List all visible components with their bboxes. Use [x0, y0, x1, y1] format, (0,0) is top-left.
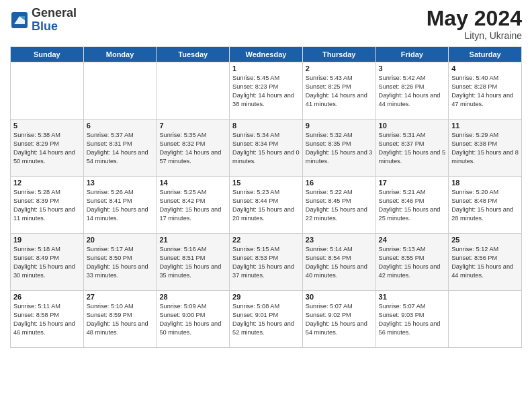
day-number: 8 — [232, 122, 300, 130]
calendar-week-row: 5Sunrise: 5:38 AM Sunset: 8:29 PM Daylig… — [11, 120, 522, 177]
day-number: 7 — [159, 122, 226, 130]
calendar-week-row: 26Sunrise: 5:11 AM Sunset: 8:58 PM Dayli… — [11, 291, 522, 348]
calendar-cell: 27Sunrise: 5:10 AM Sunset: 8:59 PM Dayli… — [83, 291, 157, 348]
weekday-header: Wednesday — [230, 47, 303, 62]
calendar-cell: 13Sunrise: 5:26 AM Sunset: 8:41 PM Dayli… — [83, 177, 157, 234]
day-number: 3 — [379, 64, 446, 73]
day-info: Sunrise: 5:08 AM Sunset: 9:01 PM Dayligh… — [232, 302, 300, 337]
day-info: Sunrise: 5:35 AM Sunset: 8:32 PM Dayligh… — [159, 131, 226, 166]
day-info: Sunrise: 5:42 AM Sunset: 8:26 PM Dayligh… — [379, 74, 446, 109]
calendar-cell: 22Sunrise: 5:15 AM Sunset: 8:53 PM Dayli… — [230, 234, 303, 291]
day-number: 24 — [379, 236, 446, 244]
day-info: Sunrise: 5:11 AM Sunset: 8:58 PM Dayligh… — [13, 302, 81, 337]
day-number: 21 — [159, 236, 226, 244]
header: General Blue May 2024 Lityn, Ukraine — [10, 7, 522, 41]
calendar-cell — [449, 291, 522, 348]
calendar-cell: 6Sunrise: 5:37 AM Sunset: 8:31 PM Daylig… — [83, 120, 157, 177]
day-number: 30 — [306, 293, 373, 301]
day-info: Sunrise: 5:12 AM Sunset: 8:56 PM Dayligh… — [451, 245, 519, 280]
day-info: Sunrise: 5:40 AM Sunset: 8:28 PM Dayligh… — [451, 74, 519, 109]
weekday-header: Tuesday — [157, 47, 230, 62]
calendar-cell: 7Sunrise: 5:35 AM Sunset: 8:32 PM Daylig… — [157, 120, 230, 177]
day-number: 1 — [232, 64, 300, 73]
logo-text: General Blue — [32, 7, 77, 34]
day-number: 27 — [87, 293, 154, 301]
day-number: 2 — [306, 64, 373, 73]
day-info: Sunrise: 5:17 AM Sunset: 8:50 PM Dayligh… — [87, 245, 154, 280]
day-number: 4 — [451, 64, 519, 73]
calendar-cell: 15Sunrise: 5:23 AM Sunset: 8:44 PM Dayli… — [230, 177, 303, 234]
calendar-cell: 30Sunrise: 5:07 AM Sunset: 9:02 PM Dayli… — [302, 291, 375, 348]
day-info: Sunrise: 5:34 AM Sunset: 8:34 PM Dayligh… — [232, 131, 300, 166]
day-number: 31 — [379, 293, 446, 301]
weekday-header: Thursday — [302, 47, 375, 62]
calendar-cell: 31Sunrise: 5:07 AM Sunset: 9:03 PM Dayli… — [375, 291, 449, 348]
day-info: Sunrise: 5:13 AM Sunset: 8:55 PM Dayligh… — [379, 245, 446, 280]
day-info: Sunrise: 5:26 AM Sunset: 8:41 PM Dayligh… — [87, 188, 154, 223]
calendar-week-row: 1Sunrise: 5:45 AM Sunset: 8:23 PM Daylig… — [11, 62, 522, 120]
calendar-cell: 17Sunrise: 5:21 AM Sunset: 8:46 PM Dayli… — [375, 177, 449, 234]
day-number: 15 — [232, 179, 300, 187]
day-info: Sunrise: 5:07 AM Sunset: 9:02 PM Dayligh… — [306, 302, 373, 337]
calendar-cell: 20Sunrise: 5:17 AM Sunset: 8:50 PM Dayli… — [83, 234, 157, 291]
calendar-cell: 21Sunrise: 5:16 AM Sunset: 8:51 PM Dayli… — [157, 234, 230, 291]
day-info: Sunrise: 5:07 AM Sunset: 9:03 PM Dayligh… — [379, 302, 446, 337]
day-number: 19 — [13, 236, 81, 244]
day-info: Sunrise: 5:45 AM Sunset: 8:23 PM Dayligh… — [232, 74, 300, 109]
day-info: Sunrise: 5:38 AM Sunset: 8:29 PM Dayligh… — [13, 131, 81, 166]
calendar-cell: 18Sunrise: 5:20 AM Sunset: 8:48 PM Dayli… — [449, 177, 522, 234]
day-number: 6 — [87, 122, 154, 130]
calendar-cell: 9Sunrise: 5:32 AM Sunset: 8:35 PM Daylig… — [302, 120, 375, 177]
day-number: 5 — [13, 122, 81, 130]
weekday-header: Monday — [83, 47, 157, 62]
day-number: 29 — [232, 293, 300, 301]
calendar-cell: 12Sunrise: 5:28 AM Sunset: 8:39 PM Dayli… — [11, 177, 84, 234]
calendar-cell: 3Sunrise: 5:42 AM Sunset: 8:26 PM Daylig… — [375, 62, 449, 120]
day-number: 22 — [232, 236, 300, 244]
day-info: Sunrise: 5:14 AM Sunset: 8:54 PM Dayligh… — [306, 245, 373, 280]
day-number: 10 — [379, 122, 446, 130]
weekday-header: Saturday — [449, 47, 522, 62]
calendar-cell: 4Sunrise: 5:40 AM Sunset: 8:28 PM Daylig… — [449, 62, 522, 120]
day-number: 13 — [87, 179, 154, 187]
calendar-cell — [157, 62, 230, 120]
day-number: 16 — [306, 179, 373, 187]
calendar-cell: 19Sunrise: 5:18 AM Sunset: 8:49 PM Dayli… — [11, 234, 84, 291]
day-number: 20 — [87, 236, 154, 244]
weekday-header: Sunday — [11, 47, 84, 62]
day-info: Sunrise: 5:25 AM Sunset: 8:42 PM Dayligh… — [159, 188, 226, 223]
day-info: Sunrise: 5:28 AM Sunset: 8:39 PM Dayligh… — [13, 188, 81, 223]
day-info: Sunrise: 5:21 AM Sunset: 8:46 PM Dayligh… — [379, 188, 446, 223]
calendar-table: SundayMondayTuesdayWednesdayThursdayFrid… — [10, 46, 522, 348]
day-number: 18 — [451, 179, 519, 187]
day-info: Sunrise: 5:37 AM Sunset: 8:31 PM Dayligh… — [87, 131, 154, 166]
calendar-cell: 10Sunrise: 5:31 AM Sunset: 8:37 PM Dayli… — [375, 120, 449, 177]
day-number: 11 — [451, 122, 519, 130]
calendar-cell: 25Sunrise: 5:12 AM Sunset: 8:56 PM Dayli… — [449, 234, 522, 291]
logo: General Blue — [10, 7, 77, 34]
title-location: Lityn, Ukraine — [427, 30, 522, 41]
weekday-header-row: SundayMondayTuesdayWednesdayThursdayFrid… — [11, 47, 522, 62]
day-number: 12 — [13, 179, 81, 187]
day-number: 26 — [13, 293, 81, 301]
day-number: 25 — [451, 236, 519, 244]
calendar-cell: 23Sunrise: 5:14 AM Sunset: 8:54 PM Dayli… — [302, 234, 375, 291]
day-info: Sunrise: 5:18 AM Sunset: 8:49 PM Dayligh… — [13, 245, 81, 280]
day-info: Sunrise: 5:29 AM Sunset: 8:38 PM Dayligh… — [451, 131, 519, 166]
day-info: Sunrise: 5:43 AM Sunset: 8:25 PM Dayligh… — [306, 74, 373, 109]
logo-blue: Blue — [32, 19, 58, 33]
day-info: Sunrise: 5:16 AM Sunset: 8:51 PM Dayligh… — [159, 245, 226, 280]
calendar-cell — [11, 62, 84, 120]
day-number: 9 — [306, 122, 373, 130]
day-info: Sunrise: 5:20 AM Sunset: 8:48 PM Dayligh… — [451, 188, 519, 223]
day-info: Sunrise: 5:23 AM Sunset: 8:44 PM Dayligh… — [232, 188, 300, 223]
day-info: Sunrise: 5:15 AM Sunset: 8:53 PM Dayligh… — [232, 245, 300, 280]
calendar-cell: 8Sunrise: 5:34 AM Sunset: 8:34 PM Daylig… — [230, 120, 303, 177]
calendar-cell: 26Sunrise: 5:11 AM Sunset: 8:58 PM Dayli… — [11, 291, 84, 348]
weekday-header: Friday — [375, 47, 449, 62]
calendar-cell — [83, 62, 157, 120]
day-number: 28 — [159, 293, 226, 301]
calendar-cell: 16Sunrise: 5:22 AM Sunset: 8:45 PM Dayli… — [302, 177, 375, 234]
calendar-cell: 11Sunrise: 5:29 AM Sunset: 8:38 PM Dayli… — [449, 120, 522, 177]
logo-icon — [10, 11, 29, 30]
